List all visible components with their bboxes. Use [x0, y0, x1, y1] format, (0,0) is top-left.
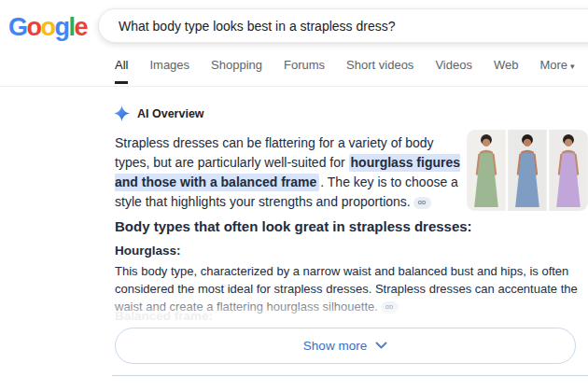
tab-videos[interactable]: Videos [435, 58, 472, 81]
chevron-down-icon [375, 342, 387, 350]
hourglass-body-text: This body type, characterized by a narro… [115, 262, 581, 315]
chevron-down-icon: ▾ [570, 62, 575, 71]
google-logo[interactable]: Google [8, 13, 87, 41]
dress-image-blue[interactable] [508, 130, 547, 211]
tab-images[interactable]: Images [149, 58, 189, 81]
ai-sparkle-icon [114, 105, 130, 121]
result-type-tabs: All Images Shopping Forums Short videos … [115, 58, 575, 84]
source-link-icon[interactable] [413, 197, 431, 209]
ai-overview-label: AI Overview [137, 107, 204, 120]
tab-short-videos[interactable]: Short videos [346, 58, 413, 81]
section-heading: Body types that often look great in stra… [115, 218, 472, 234]
results-divider [112, 375, 588, 376]
dress-image-lilac[interactable] [549, 130, 588, 211]
google-search-page: Google What body type looks best in a st… [0, 0, 588, 391]
tab-shopping[interactable]: Shopping [211, 58, 262, 81]
search-query-text: What body type looks best in a strapless… [119, 19, 395, 34]
ai-overview-header: AI Overview [114, 105, 204, 121]
show-more-button[interactable]: Show more [115, 328, 576, 364]
show-more-label: Show more [303, 339, 367, 353]
ai-overview-image-strip [467, 130, 588, 211]
dress-image-green[interactable] [467, 130, 506, 211]
ai-overview-paragraph: Strapless dresses can be flattering for … [115, 133, 469, 212]
faded-next-heading: Balanced frame: [115, 309, 213, 323]
tab-more[interactable]: More▾ [539, 58, 574, 81]
search-input[interactable]: What body type looks best in a strapless… [98, 8, 588, 43]
tabs-divider [0, 86, 588, 87]
source-link-icon[interactable] [381, 301, 399, 314]
hourglass-heading: Hourglass: [115, 244, 181, 258]
tab-all[interactable]: All [115, 58, 128, 84]
tab-forums[interactable]: Forums [284, 58, 325, 81]
tab-web[interactable]: Web [494, 58, 519, 81]
